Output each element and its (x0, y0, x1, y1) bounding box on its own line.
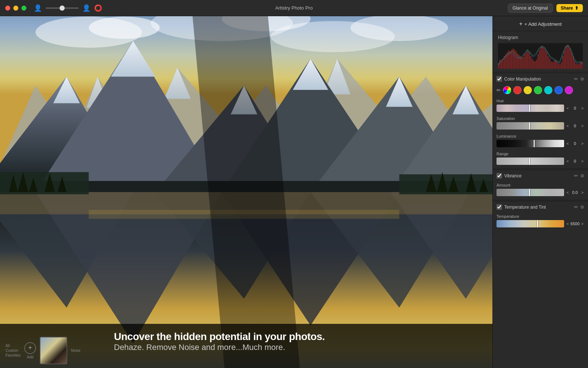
svg-rect-83 (552, 62, 553, 69)
noise-label: Noise (71, 348, 80, 353)
color-yellow[interactable] (524, 86, 532, 94)
range-row: Range < 0 > (493, 150, 588, 168)
amount-slider-row: < 0.0 > (496, 189, 584, 196)
title-bar-right: Glance at Original Share ⬆ (508, 4, 583, 13)
glance-at-original-button[interactable]: Glance at Original (508, 4, 553, 13)
color-manipulation-header: Color Manipulation ✏ ⚙ (493, 73, 588, 85)
hue-slider[interactable] (496, 105, 564, 112)
minimize-button[interactable] (13, 6, 18, 11)
color-magenta[interactable] (565, 86, 573, 94)
close-button[interactable] (5, 6, 10, 11)
luminance-row: Luminance < 0 > (493, 132, 588, 150)
right-panel: + + Add Adjustment Histogram (492, 16, 588, 368)
vibrance-checkbox[interactable] (496, 173, 502, 178)
svg-rect-64 (524, 54, 526, 69)
svg-rect-92 (565, 46, 566, 69)
temp-tint-title: Temperature and Tint (504, 205, 572, 210)
saturation-row: Saturation < 0 > (493, 115, 588, 132)
tab-favorites[interactable]: Favorites (6, 353, 21, 357)
svg-rect-71 (535, 61, 536, 69)
range-value: 0 (570, 159, 580, 163)
amount-increment[interactable]: > (581, 190, 584, 195)
luminance-decrement[interactable]: < (566, 141, 569, 146)
svg-rect-62 (521, 58, 523, 69)
svg-rect-84 (553, 61, 555, 69)
temp-tint-checkbox[interactable] (496, 204, 502, 210)
svg-rect-76 (542, 46, 543, 69)
add-adjustment-button[interactable]: + + Add Adjustment (519, 21, 562, 27)
bottom-thumbnail[interactable] (40, 337, 67, 364)
add-adjustment-bar[interactable]: + + Add Adjustment (493, 16, 588, 31)
vibrance-gear-icon[interactable]: ⚙ (580, 173, 584, 178)
hue-label: Hue (496, 99, 584, 103)
saturation-value-controls: < 0 > (566, 124, 584, 128)
temperature-value-controls: < 6500 > (566, 222, 584, 226)
tab-all[interactable]: All (6, 344, 21, 348)
color-green[interactable] (534, 86, 542, 94)
pencil-icon[interactable]: ✏ (574, 76, 578, 82)
histogram-canvas (498, 43, 583, 69)
photo-area[interactable]: All Custom Favorites + Add Noise Uncover… (0, 16, 492, 368)
fullscreen-button[interactable] (21, 6, 26, 11)
temperature-row: Temperature < 6500 > (493, 213, 588, 230)
svg-rect-80 (548, 56, 549, 69)
color-cyan[interactable] (544, 86, 552, 94)
color-all[interactable] (503, 86, 511, 94)
amount-slider[interactable] (496, 189, 564, 196)
vibrance-pencil-icon[interactable]: ✏ (574, 173, 578, 178)
svg-rect-99 (576, 63, 577, 69)
color-manipulation-panel: Color Manipulation ✏ ⚙ ✏ Hue (493, 73, 588, 168)
luminance-slider[interactable] (496, 140, 564, 147)
temp-gear-icon[interactable]: ⚙ (580, 205, 584, 210)
temperature-value: 6500 (570, 222, 580, 226)
share-button[interactable]: Share ⬆ (556, 4, 583, 12)
svg-rect-63 (523, 57, 524, 69)
svg-rect-93 (567, 45, 568, 69)
luminance-increment[interactable]: > (581, 141, 584, 146)
saturation-slider[interactable] (496, 122, 564, 130)
histogram-section: Histogram (493, 31, 588, 71)
saturation-decrement[interactable]: < (566, 124, 569, 128)
brush-icon[interactable]: ✏ (496, 87, 501, 93)
saturation-increment[interactable]: > (581, 124, 584, 128)
svg-rect-90 (562, 56, 563, 69)
range-decrement[interactable]: < (566, 159, 569, 163)
zoom-slider[interactable] (46, 7, 79, 9)
svg-rect-73 (538, 54, 539, 69)
luminance-value: 0 (570, 141, 580, 146)
circle-icon: ⭕ (94, 4, 102, 12)
temp-pencil-icon[interactable]: ✏ (574, 204, 578, 210)
color-blue[interactable] (555, 86, 563, 94)
range-increment[interactable]: > (581, 159, 584, 163)
share-icon: ⬆ (575, 6, 578, 11)
user-icon-area: 👤 (34, 4, 42, 12)
temperature-slider-row: < 6500 > (496, 220, 584, 227)
tab-custom[interactable]: Custom (6, 348, 21, 353)
temperature-increment[interactable]: > (581, 222, 584, 226)
add-preset-button[interactable]: + (24, 342, 36, 354)
saturation-slider-row: < 0 > (496, 122, 584, 130)
vibrance-title: Vibrance (504, 173, 572, 178)
temperature-slider[interactable] (496, 220, 564, 227)
gear-icon[interactable]: ⚙ (580, 77, 584, 82)
svg-rect-96 (571, 52, 572, 69)
amount-decrement[interactable]: < (566, 190, 569, 195)
color-manipulation-checkbox[interactable] (496, 76, 502, 82)
amount-value-controls: < 0.0 > (566, 190, 584, 195)
range-slider[interactable] (496, 158, 564, 165)
color-red[interactable] (513, 86, 521, 94)
luminance-slider-row: < 0 > (496, 140, 584, 147)
hue-decrement[interactable]: < (566, 106, 569, 110)
title-bar-left-controls: 👤 👤 ⭕ (34, 4, 102, 12)
svg-rect-67 (529, 52, 530, 69)
svg-rect-55 (511, 50, 512, 69)
photo-canvas: All Custom Favorites + Add Noise Uncover… (0, 16, 492, 368)
temperature-label: Temperature (496, 214, 584, 219)
temperature-decrement[interactable]: < (566, 222, 569, 226)
saturation-value: 0 (570, 124, 580, 128)
promo-overlay: All Custom Favorites + Add Noise Uncover… (0, 324, 492, 368)
svg-rect-69 (532, 59, 533, 69)
hue-increment[interactable]: > (581, 106, 584, 110)
hue-slider-row: < 0 > (496, 105, 584, 112)
svg-point-2 (89, 17, 159, 39)
